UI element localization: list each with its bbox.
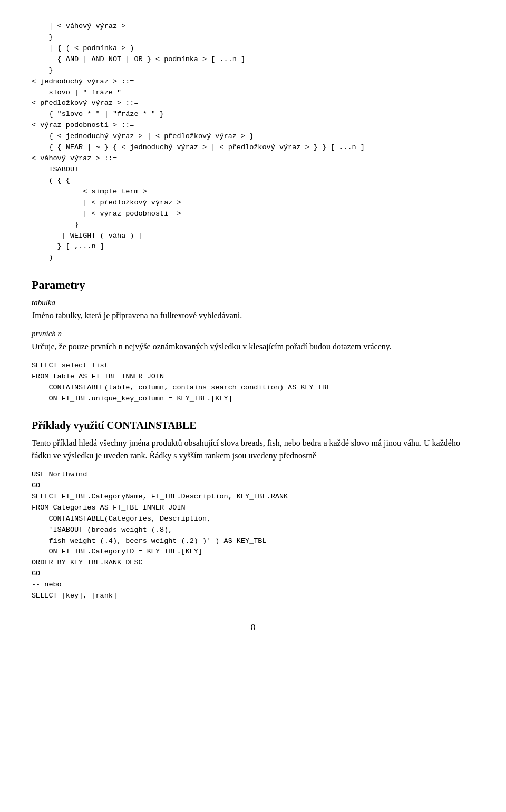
param-term-prvnichn: prvních n bbox=[32, 329, 474, 338]
param-desc-tabulka: Jméno tabulky, která je připravena na fu… bbox=[32, 309, 474, 322]
param-desc-prvnichn: Určuje, že pouze prvních n nejvýše oznám… bbox=[32, 340, 474, 353]
code-block-syntax1: | < váhový výraz > } | { ( < podmínka > … bbox=[32, 21, 474, 263]
heading-priklady: Příklady využití CONTAINSTABLE bbox=[32, 419, 474, 432]
priklady-body1: Tento příklad hledá všechny jména produk… bbox=[32, 437, 474, 462]
section-priklady: Příklady využití CONTAINSTABLE Tento pří… bbox=[32, 419, 474, 462]
code-block-syntax2: SELECT select_list FROM table AS FT_TBL … bbox=[32, 360, 474, 405]
heading-parametry: Parametry bbox=[32, 278, 474, 292]
code-block-syntax3: USE Northwind GO SELECT FT_TBL.CategoryN… bbox=[32, 469, 474, 602]
page-number: 8 bbox=[32, 623, 474, 632]
section-parametry: Parametry tabulka Jméno tabulky, která j… bbox=[32, 278, 474, 353]
param-term-tabulka: tabulka bbox=[32, 298, 474, 307]
